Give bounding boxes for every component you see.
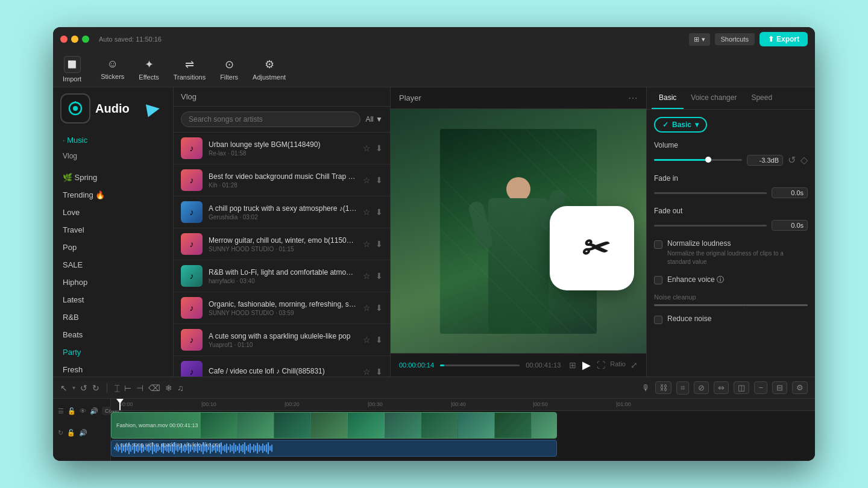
vlog-tab[interactable]: Vlog <box>53 148 173 164</box>
music-favorite-button[interactable]: ☆ <box>363 271 371 281</box>
tab-voice-changer[interactable]: Voice changer <box>684 87 744 109</box>
music-tab[interactable]: · Music <box>53 132 173 148</box>
select-tool[interactable]: ↖ <box>60 383 68 393</box>
category-item[interactable]: Party <box>53 343 173 361</box>
fade-out-track[interactable] <box>654 225 767 227</box>
split-tool[interactable]: ⌶ <box>115 383 119 393</box>
audio-tool[interactable]: ♫ <box>177 383 184 393</box>
ratio-label[interactable]: Ratio <box>610 360 626 370</box>
fade-in-value[interactable]: 0.0s <box>772 187 808 198</box>
freeze-tool[interactable]: ❄ <box>165 383 172 393</box>
magnet-tool[interactable]: ⌗ <box>676 381 689 395</box>
category-item[interactable]: Travel <box>53 221 173 239</box>
link-tool[interactable]: ⛓ <box>655 381 671 394</box>
audio-track-vol-icon[interactable]: 🔊 <box>79 429 87 437</box>
playhead[interactable] <box>119 399 121 410</box>
grid-view-icon[interactable]: ⊞ <box>569 360 576 370</box>
category-item[interactable]: SALE <box>53 256 173 274</box>
transitions-tool[interactable]: ⇌ Transitions <box>174 58 206 81</box>
music-download-button[interactable]: ⬇ <box>376 367 383 377</box>
select-chevron[interactable]: ▾ <box>72 384 75 391</box>
group-tool[interactable]: ◫ <box>734 381 749 394</box>
category-item[interactable]: Love <box>53 204 173 221</box>
music-download-button[interactable]: ⬇ <box>376 303 383 313</box>
music-download-button[interactable]: ⬇ <box>376 239 383 249</box>
export-button[interactable]: ⬆ Export <box>760 32 808 46</box>
music-favorite-button[interactable]: ☆ <box>363 335 371 345</box>
import-button[interactable]: ⬜ Import <box>63 56 81 83</box>
volume-value[interactable]: -3.3dB <box>747 155 783 166</box>
fade-out-value[interactable]: 0.0s <box>772 220 808 231</box>
tab-speed[interactable]: Speed <box>744 87 779 109</box>
delete-tool[interactable]: ⌫ <box>148 383 160 393</box>
track-view-icon[interactable]: ☰ <box>58 407 64 415</box>
play-button[interactable]: ▶ <box>582 358 591 372</box>
music-favorite-button[interactable]: ☆ <box>363 303 371 313</box>
music-favorite-button[interactable]: ☆ <box>363 367 371 377</box>
volume-slider-track[interactable] <box>654 159 742 161</box>
music-track-item[interactable]: ♪ Urban lounge style BGM(1148490) Re-lax… <box>174 133 390 164</box>
category-item[interactable]: Latest <box>53 291 173 308</box>
split-right-tool[interactable]: ⊣ <box>136 383 143 393</box>
category-item[interactable]: Pop <box>53 239 173 256</box>
music-favorite-button[interactable]: ☆ <box>363 207 371 217</box>
redo-tool[interactable]: ↻ <box>92 383 99 393</box>
audio-track-clip[interactable]: A cute song with a sparkling ukulele-lik… <box>111 440 557 457</box>
player-menu-icon[interactable]: ⋯ <box>628 92 638 104</box>
music-download-button[interactable]: ⬇ <box>376 271 383 281</box>
volume-diamond-icon[interactable]: ◇ <box>800 154 808 166</box>
music-track-item[interactable]: ♪ A chill pop truck with a sexy atmosphe… <box>174 196 390 228</box>
enhance-voice-checkbox[interactable] <box>654 276 662 284</box>
track-audio-icon[interactable]: 🔊 <box>90 407 98 415</box>
category-item[interactable]: Hiphop <box>53 274 173 291</box>
music-favorite-button[interactable]: ☆ <box>363 143 371 153</box>
minimize-button[interactable] <box>71 36 78 43</box>
track-lock-icon[interactable]: 🔓 <box>68 407 76 415</box>
music-track-item[interactable]: ♪ A cute song with a sparkling ukulele-l… <box>174 324 390 356</box>
fullscreen-icon[interactable]: ⤢ <box>631 360 638 370</box>
all-filter-button[interactable]: All ▼ <box>365 115 383 124</box>
music-download-button[interactable]: ⬇ <box>376 143 383 153</box>
category-item[interactable]: 🌿 Spring <box>53 169 173 186</box>
category-item[interactable]: R&B <box>53 308 173 326</box>
adjustment-tool[interactable]: ⚙ Adjustment <box>253 58 286 81</box>
tab-basic[interactable]: Basic <box>652 87 684 109</box>
music-track-item[interactable]: ♪ R&B with Lo-Fi, light and comfortable … <box>174 260 390 292</box>
filters-tool[interactable]: ⊙ Filters <box>220 58 238 81</box>
audio-track-lock-icon[interactable]: 🔓 <box>67 429 75 437</box>
close-button[interactable] <box>60 36 68 43</box>
music-download-button[interactable]: ⬇ <box>376 207 383 217</box>
noise-cleanup-slider[interactable] <box>654 304 808 306</box>
category-item[interactable]: Beats <box>53 326 173 343</box>
stickers-tool[interactable]: ☺ Stickers <box>101 58 124 80</box>
normalize-checkbox[interactable] <box>654 240 662 249</box>
music-download-button[interactable]: ⬇ <box>376 335 383 345</box>
search-input[interactable] <box>181 111 360 127</box>
music-favorite-button[interactable]: ☆ <box>363 239 371 249</box>
music-download-button[interactable]: ⬇ <box>376 175 383 185</box>
maximize-button[interactable] <box>82 36 89 43</box>
effects-tool[interactable]: ✦ Effects <box>139 58 159 81</box>
track-eye-icon[interactable]: 👁 <box>80 407 86 414</box>
split-tool-r[interactable]: ⊘ <box>694 381 709 394</box>
expand-icon[interactable]: ⛶ <box>597 360 605 370</box>
shortcuts-button[interactable]: Shortcuts <box>715 33 755 45</box>
progress-bar[interactable] <box>440 364 520 366</box>
category-item[interactable]: Trending 🔥 <box>53 186 173 204</box>
minus-tool[interactable]: − <box>754 381 767 394</box>
volume-reset-icon[interactable]: ↺ <box>788 154 796 166</box>
audio-track-rotate-icon[interactable]: ↻ <box>58 429 63 437</box>
music-track-item[interactable]: ♪ Cafe / video cute lofi ♪ Chill(885831)… <box>174 356 390 377</box>
reduce-noise-checkbox[interactable] <box>654 316 662 324</box>
split-left-tool[interactable]: ⊢ <box>124 383 131 393</box>
remove-tool[interactable]: ⊟ <box>772 381 787 394</box>
video-track-clip[interactable]: Fashion, woman.mov 00:00:41:13 <box>111 412 557 439</box>
music-track-item[interactable]: ♪ Best for video background music Chill … <box>174 164 390 196</box>
category-item[interactable]: Fresh <box>53 361 173 377</box>
volume-thumb[interactable] <box>705 157 711 163</box>
layout-button[interactable]: ⊞ ▾ <box>689 33 710 46</box>
music-track-item[interactable]: ♪ Organic, fashionable, morning, refresh… <box>174 292 390 324</box>
fade-in-track[interactable] <box>654 192 767 194</box>
music-favorite-button[interactable]: ☆ <box>363 175 371 185</box>
basic-badge[interactable]: ✓ Basic ▾ <box>654 117 707 133</box>
